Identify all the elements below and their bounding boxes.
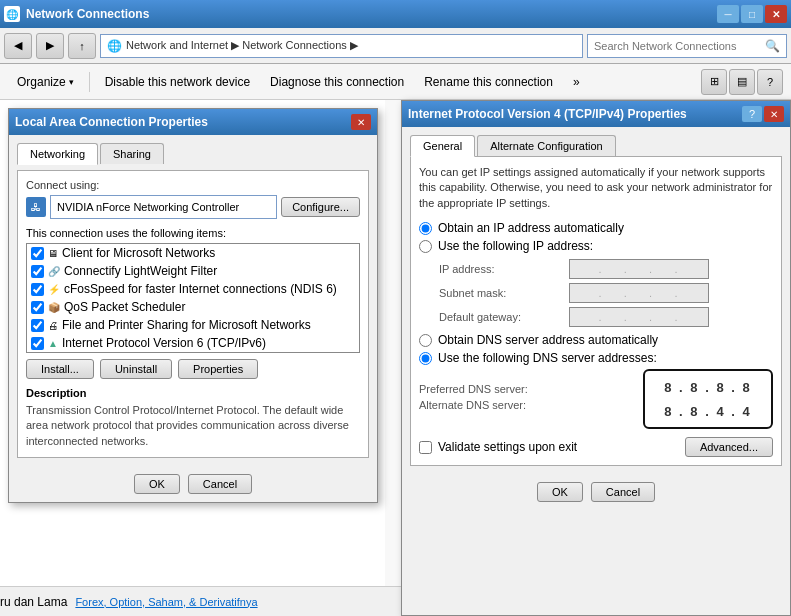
toolbar-separator [89,72,90,92]
disable-button[interactable]: Disable this network device [96,70,259,94]
item-checkbox-5[interactable] [31,337,44,350]
help-button[interactable]: ? [757,69,783,95]
item-checkbox-1[interactable] [31,265,44,278]
bottom-link[interactable]: Forex, Option, Saham, & Derivatifnya [67,596,265,608]
description-label: Description [26,387,360,399]
diagnose-label: Diagnose this connection [270,75,404,89]
adapter-icon-sym: 🖧 [31,202,41,213]
preferred-dns-value[interactable]: 8 . 8 . 8 . 8 [653,375,763,399]
view-options-button[interactable]: ⊞ [701,69,727,95]
description-text: Transmission Control Protocol/Internet P… [26,403,360,449]
list-item: ▲ Internet Protocol Version 6 (TCP/IPv6) [27,334,359,352]
title-bar: 🌐 Network Connections ─ □ ✕ [0,0,791,28]
items-label: This connection uses the following items… [26,227,360,239]
address-bar: ◀ ▶ ↑ 🌐 Network and Internet ▶ Network C… [0,28,791,64]
tcpip-help-button[interactable]: ? [742,106,762,122]
list-item: 🖥 Client for Microsoft Networks [27,244,359,262]
preview-button[interactable]: ▤ [729,69,755,95]
preferred-dns-label: Preferred DNS server: [419,383,549,395]
validate-checkbox[interactable] [419,441,432,454]
maximize-button[interactable]: □ [741,5,763,23]
manual-ip-radio[interactable] [419,240,432,253]
auto-ip-label: Obtain an IP address automatically [438,221,624,235]
validate-label: Validate settings upon exit [438,440,577,454]
up-button[interactable]: ↑ [68,33,96,59]
item-checkbox-2[interactable] [31,283,44,296]
item-label-4: File and Printer Sharing for Microsoft N… [62,318,311,332]
subnet-field-row: Subnet mask: . . . . [439,283,773,303]
alternate-dns-row: Alternate DNS server: [419,399,643,411]
subnet-label: Subnet mask: [439,287,569,299]
address-path[interactable]: 🌐 Network and Internet ▶ Network Connect… [100,34,583,58]
tab-networking[interactable]: Networking [17,143,98,165]
props-title-bar: Local Area Connection Properties ✕ [9,109,377,135]
adapter-name: NVIDIA nForce Networking Controller [50,195,277,219]
subnet-input[interactable]: . . . . [569,283,709,303]
props-cancel-button[interactable]: Cancel [188,474,252,494]
props-close-button[interactable]: ✕ [351,114,371,130]
alternate-dns-value[interactable]: 8 . 8 . 4 . 4 [653,399,763,423]
auto-ip-radio[interactable] [419,222,432,235]
item-icon-5: ▲ [48,338,58,349]
list-item: 🔗 Connectify LightWeight Filter [27,262,359,280]
item-icon-4: 🖨 [48,320,58,331]
tcpip-footer: OK Cancel [402,474,790,510]
tab-content: Connect using: 🖧 NVIDIA nForce Networkin… [17,170,369,458]
organize-button[interactable]: Organize ▾ [8,70,83,94]
tcpip-title-bar: Internet Protocol Version 4 (TCP/IPv4) P… [402,101,790,127]
rename-button[interactable]: Rename this connection [415,70,562,94]
tcpip-close-button[interactable]: ✕ [764,106,784,122]
manual-ip-label: Use the following IP address: [438,239,593,253]
tcpip-content: You can get IP settings assigned automat… [410,156,782,466]
tab-sharing[interactable]: Sharing [100,143,164,164]
item-icon-2: ⚡ [48,284,60,295]
tcpip-controls: ? ✕ [742,106,784,122]
disable-label: Disable this network device [105,75,250,89]
forward-button[interactable]: ▶ [36,33,64,59]
uninstall-button[interactable]: Uninstall [100,359,172,379]
search-input[interactable] [594,40,761,52]
tcpip-tabs: General Alternate Configuration [410,135,782,156]
ip-label: IP address: [439,263,569,275]
close-button[interactable]: ✕ [765,5,787,23]
auto-dns-label: Obtain DNS server address automatically [438,333,658,347]
minimize-button[interactable]: ─ [717,5,739,23]
more-label: » [573,75,580,89]
title-bar-left: 🌐 Network Connections [4,6,149,22]
tcpip-ok-button[interactable]: OK [537,482,583,502]
auto-ip-row: Obtain an IP address automatically [419,221,773,235]
properties-button[interactable]: Properties [178,359,258,379]
item-label-2: cFosSpeed for faster Internet connection… [64,282,337,296]
tcpip-cancel-button[interactable]: Cancel [591,482,655,502]
list-item: 🖨 File and Printer Sharing for Microsoft… [27,316,359,334]
auto-dns-row: Obtain DNS server address automatically [419,333,773,347]
advanced-button[interactable]: Advanced... [685,437,773,457]
auto-dns-radio[interactable] [419,334,432,347]
diagnose-button[interactable]: Diagnose this connection [261,70,413,94]
path-text: Network and Internet ▶ Network Connectio… [126,39,358,52]
configure-button[interactable]: Configure... [281,197,360,217]
search-icon[interactable]: 🔍 [765,39,780,53]
adapter-row: 🖧 NVIDIA nForce Networking Controller Co… [26,195,360,219]
back-button[interactable]: ◀ [4,33,32,59]
list-item: 📦 QoS Packet Scheduler [27,298,359,316]
props-ok-button[interactable]: OK [134,474,180,494]
item-icon-1: 🔗 [48,266,60,277]
dns-values-box: 8 . 8 . 8 . 8 8 . 8 . 4 . 4 [643,369,773,429]
item-checkbox-3[interactable] [31,301,44,314]
install-button[interactable]: Install... [26,359,94,379]
ip-radio-group: Obtain an IP address automatically Use t… [419,221,773,253]
tcpip-tab-alternate[interactable]: Alternate Configuration [477,135,616,156]
items-list-container: 🖥 Client for Microsoft Networks 🔗 Connec… [26,243,360,353]
tcpip-tab-general[interactable]: General [410,135,475,157]
more-button[interactable]: » [564,70,589,94]
gateway-input[interactable]: . . . . [569,307,709,327]
list-item: ▲ Internet Protocol Version 4 (TCP/IPv4) [27,352,359,353]
manual-dns-radio[interactable] [419,352,432,365]
btn-row: Install... Uninstall Properties [26,359,360,379]
item-checkbox-0[interactable] [31,247,44,260]
props-title: Local Area Connection Properties [15,115,208,129]
ip-input[interactable]: . . . . [569,259,709,279]
item-checkbox-4[interactable] [31,319,44,332]
tcpip-dialog: Internet Protocol Version 4 (TCP/IPv4) P… [401,100,791,616]
